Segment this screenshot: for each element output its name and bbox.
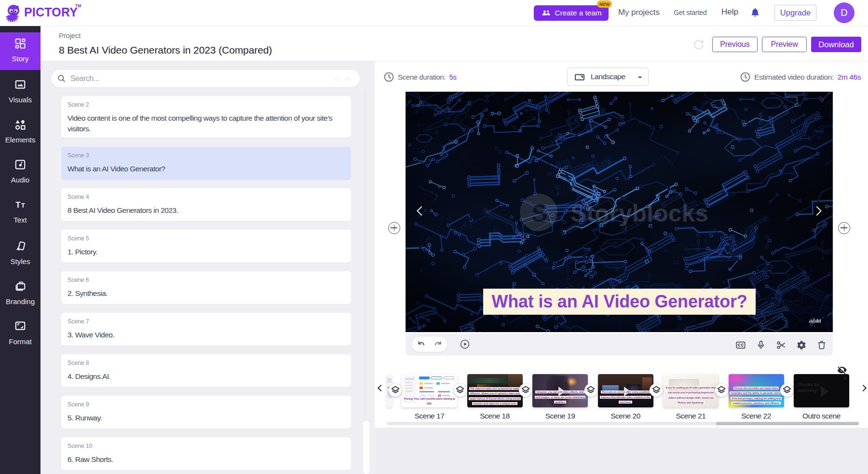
svg-text:Storyblocks: Storyblocks bbox=[570, 200, 708, 227]
svg-text:T: T bbox=[15, 200, 21, 209]
svg-text:S: S bbox=[531, 200, 547, 227]
svg-text:T: T bbox=[21, 202, 25, 209]
